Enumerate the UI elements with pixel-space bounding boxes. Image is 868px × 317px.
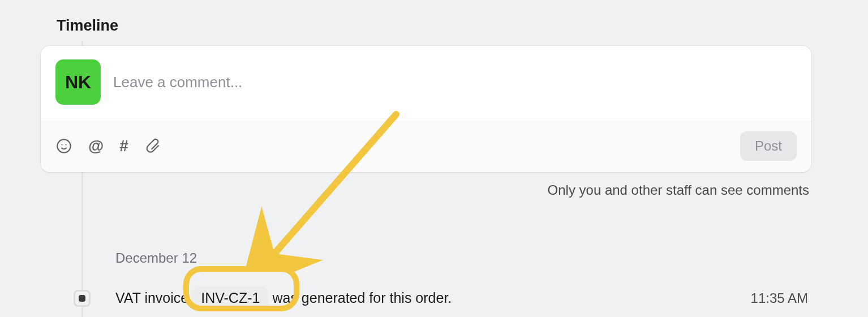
- svg-point-1: [62, 144, 63, 145]
- toolbar-icon-group: @ #: [55, 138, 161, 155]
- avatar: NK: [55, 59, 101, 105]
- comment-toolbar: @ # Post: [41, 122, 811, 172]
- invoice-badge[interactable]: INV-CZ-1: [192, 286, 269, 310]
- comment-input[interactable]: [113, 74, 797, 91]
- hashtag-icon[interactable]: #: [119, 138, 128, 154]
- timeline-body: December 12 VAT invoice INV-CZ-1 was gen…: [57, 250, 811, 310]
- svg-point-0: [57, 139, 70, 152]
- attach-icon[interactable]: [144, 138, 161, 155]
- timeline-date: December 12: [115, 250, 811, 266]
- item-text-before: VAT invoice: [115, 290, 188, 306]
- comment-card: NK @ # Post: [41, 46, 811, 172]
- timeline-item: VAT invoice INV-CZ-1 was generated for t…: [57, 286, 811, 310]
- section-title: Timeline: [57, 17, 811, 35]
- comment-input-row: NK: [41, 46, 811, 122]
- emoji-icon[interactable]: [55, 138, 72, 155]
- timeline-item-text: VAT invoice INV-CZ-1 was generated for t…: [115, 286, 751, 310]
- post-button[interactable]: Post: [740, 131, 797, 161]
- timeline-item-time: 11:35 AM: [751, 290, 811, 306]
- visibility-note: Only you and other staff can see comment…: [57, 182, 811, 198]
- svg-point-2: [66, 144, 67, 145]
- item-text-after: was generated for this order.: [272, 290, 452, 306]
- timeline-marker: [74, 290, 91, 307]
- mention-icon[interactable]: @: [88, 138, 104, 154]
